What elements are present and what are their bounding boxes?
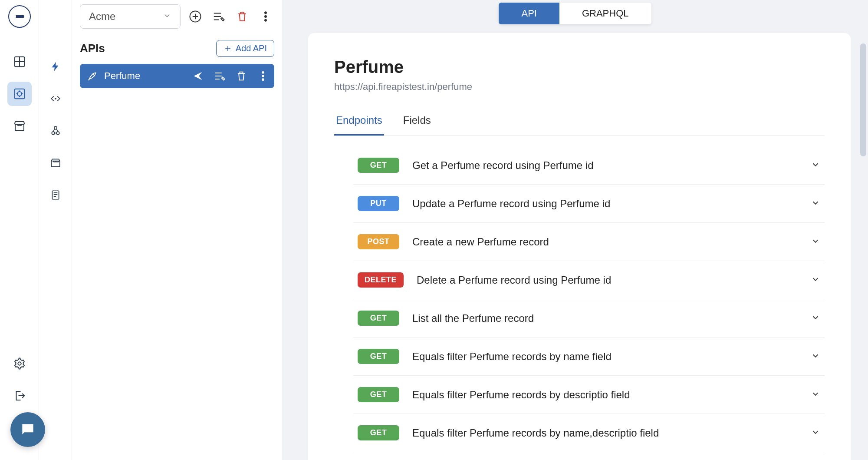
- apis-section-title: APIs: [80, 42, 105, 55]
- project-dropdown[interactable]: Acme: [80, 4, 181, 29]
- endpoint-description: Equals filter Perfume records by name fi…: [412, 351, 811, 363]
- svg-point-15: [262, 79, 264, 80]
- endpoint-row[interactable]: GETEquals filter Perfume records by desc…: [353, 376, 825, 414]
- svg-point-11: [265, 16, 266, 17]
- secondary-nav: [39, 0, 72, 460]
- left-rail: [0, 0, 39, 460]
- add-circle-button[interactable]: [187, 8, 204, 25]
- delete-button[interactable]: [233, 8, 251, 25]
- chevron-down-icon: [811, 236, 820, 248]
- store-icon[interactable]: [7, 114, 32, 138]
- more-icon[interactable]: [257, 70, 269, 82]
- edit-icon[interactable]: [214, 70, 226, 82]
- chevron-down-icon: [163, 10, 171, 23]
- top-tabs: API GRAPHQL: [282, 0, 868, 33]
- tab-api[interactable]: API: [499, 3, 559, 24]
- svg-point-4: [55, 98, 56, 99]
- lightning-icon[interactable]: [46, 56, 66, 76]
- marketplace-icon[interactable]: [46, 153, 66, 173]
- method-badge: POST: [358, 234, 399, 249]
- method-badge: GET: [358, 158, 399, 173]
- endpoint-row[interactable]: GETList all the Perfume record: [353, 299, 825, 338]
- chevron-down-icon: [811, 275, 820, 286]
- docs-icon[interactable]: [46, 185, 66, 205]
- add-api-label: Add API: [236, 43, 267, 53]
- rocket-icon: [87, 70, 98, 82]
- svg-point-3: [18, 362, 21, 365]
- endpoint-row[interactable]: GETEquals filter Perfume records by name…: [353, 338, 825, 376]
- logout-icon[interactable]: [7, 384, 32, 408]
- svg-point-13: [262, 72, 264, 73]
- endpoint-description: Delete a Perfume record using Perfume id: [417, 274, 811, 286]
- method-badge: GET: [358, 349, 399, 364]
- endpoint-description: Update a Perfume record using Perfume id: [412, 198, 811, 210]
- method-badge: GET: [358, 425, 399, 440]
- code-brackets-icon[interactable]: [46, 89, 66, 109]
- endpoint-description: List all the Perfume record: [412, 312, 811, 324]
- chevron-down-icon: [811, 389, 820, 400]
- svg-point-10: [265, 12, 266, 13]
- svg-rect-8: [52, 191, 59, 199]
- endpoint-list: GETGet a Perfume record using Perfume id…: [334, 140, 825, 460]
- chevron-down-icon: [811, 198, 820, 209]
- logo: [8, 5, 31, 28]
- add-api-button[interactable]: Add API: [216, 40, 274, 57]
- tab-graphql[interactable]: GRAPHQL: [559, 3, 651, 24]
- chevron-down-icon: [811, 427, 820, 439]
- scrollbar-track[interactable]: [860, 43, 866, 460]
- resource-title: Perfume: [334, 57, 825, 77]
- svg-point-12: [265, 20, 266, 21]
- chevron-down-icon: [811, 313, 820, 324]
- project-name: Acme: [89, 10, 115, 23]
- svg-point-14: [262, 75, 264, 77]
- endpoint-row[interactable]: GETEquals filter Perfume records by name…: [353, 414, 825, 452]
- settings-icon[interactable]: [7, 351, 32, 376]
- resource-url: https://api.fireapistest.in/perfume: [334, 81, 825, 93]
- edit-list-button[interactable]: [210, 8, 227, 25]
- endpoint-description: Equals filter Perfume records by name,de…: [412, 427, 811, 439]
- method-badge: DELETE: [358, 272, 404, 288]
- chevron-down-icon: [811, 351, 820, 362]
- endpoint-row[interactable]: GETGet a Perfume record using Perfume id: [353, 146, 825, 185]
- endpoint-row[interactable]: DELETEDelete a Perfume record using Perf…: [353, 261, 825, 299]
- endpoint-row[interactable]: PUTUpdate a Perfume record using Perfume…: [353, 185, 825, 223]
- api-item-perfume[interactable]: Perfume: [80, 64, 274, 88]
- chevron-down-icon: [811, 160, 820, 171]
- endpoint-row[interactable]: POSTCreate a new Perfume record: [353, 223, 825, 261]
- svg-rect-1: [14, 89, 24, 99]
- run-icon[interactable]: [192, 70, 204, 82]
- more-button[interactable]: [257, 8, 274, 25]
- main-area: API GRAPHQL Perfume https://api.fireapis…: [282, 0, 868, 460]
- tab-fields[interactable]: Fields: [401, 110, 433, 136]
- tab-endpoints[interactable]: Endpoints: [334, 110, 384, 136]
- scrollbar-thumb[interactable]: [860, 43, 866, 156]
- endpoint-description: Get a Perfume record using Perfume id: [412, 159, 811, 172]
- trash-icon[interactable]: [235, 70, 247, 82]
- resource-card: Perfume https://api.fireapistest.in/perf…: [308, 33, 851, 460]
- method-badge: GET: [358, 311, 399, 326]
- webhook-icon[interactable]: [46, 121, 66, 141]
- endpoint-description: Equals filter Perfume records by descrip…: [412, 389, 811, 401]
- chat-fab[interactable]: [10, 412, 45, 447]
- inner-tabs: Endpoints Fields: [334, 110, 825, 136]
- endpoint-description: Create a new Perfume record: [412, 236, 811, 248]
- side-panel: Acme APIs Add API Perfume: [72, 0, 282, 460]
- api-item-label: Perfume: [104, 70, 182, 82]
- method-badge: PUT: [358, 196, 399, 211]
- method-badge: GET: [358, 387, 399, 402]
- dashboard-icon[interactable]: [7, 50, 32, 74]
- svg-point-2: [17, 92, 22, 96]
- models-icon[interactable]: [7, 82, 32, 106]
